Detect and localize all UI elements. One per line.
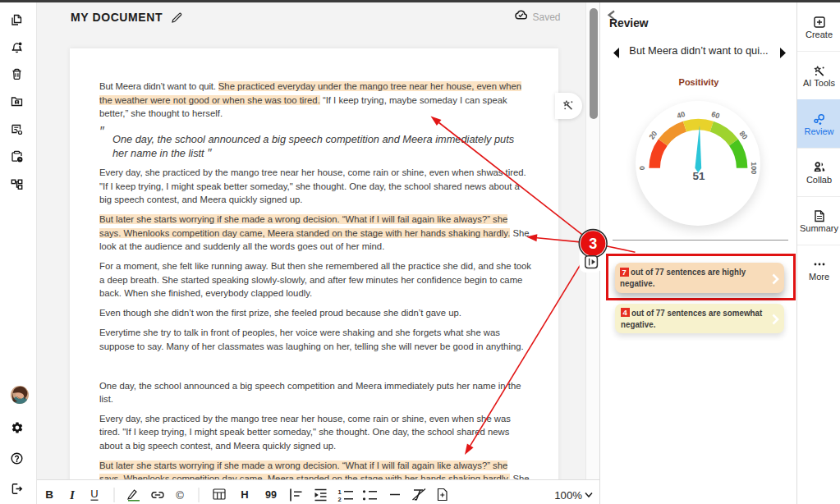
svg-text:©: © <box>176 489 184 502</box>
svg-text:60: 60 <box>710 110 721 121</box>
svg-text:U: U <box>90 488 98 500</box>
svg-text:H: H <box>241 488 248 501</box>
svg-text:1: 1 <box>338 488 342 496</box>
svg-text:20: 20 <box>647 130 659 141</box>
svg-text:2: 2 <box>338 496 342 503</box>
svg-text:I: I <box>69 488 76 502</box>
svg-text:B: B <box>45 488 53 501</box>
svg-text:99: 99 <box>265 489 277 501</box>
svg-text:100%: 100% <box>554 489 582 502</box>
svg-text:80: 80 <box>737 130 749 141</box>
svg-text:40: 40 <box>676 110 686 121</box>
